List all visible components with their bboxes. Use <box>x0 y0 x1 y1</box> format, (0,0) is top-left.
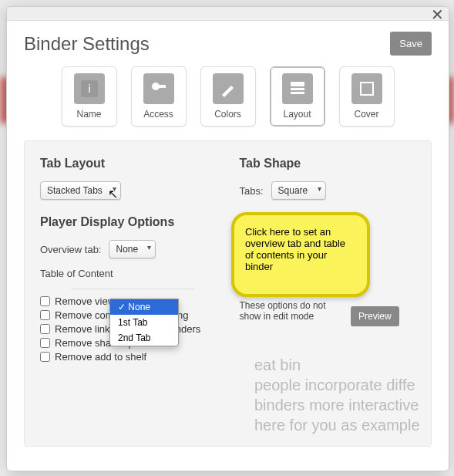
svg-rect-4 <box>291 82 304 86</box>
checkbox[interactable] <box>40 296 50 306</box>
help-callout: Click here to set an overview tab and ta… <box>231 212 370 297</box>
tab-cover[interactable]: Cover <box>339 66 395 127</box>
info-icon: i <box>74 73 105 104</box>
toc-label: Table of Content <box>40 268 113 279</box>
key-icon <box>143 73 174 104</box>
layout-icon <box>282 73 313 104</box>
checkbox[interactable] <box>40 352 50 362</box>
modal-titlebar <box>7 7 449 21</box>
tab-label: Access <box>143 109 173 120</box>
tab-name[interactable]: i Name <box>62 66 117 127</box>
settings-modal: ✕ Binder Settings Save i Name Access Col… <box>6 6 449 471</box>
checkbox[interactable] <box>40 338 50 348</box>
save-button[interactable]: Save <box>390 32 432 56</box>
tab-layout-select[interactable]: Stacked Tabs <box>40 181 121 200</box>
tab-access[interactable]: Access <box>131 66 187 127</box>
checkbox[interactable] <box>40 310 50 320</box>
modal-title: Binder Settings <box>24 33 150 55</box>
callout-text: Click here to set an overview tab and ta… <box>245 226 345 272</box>
dropdown-option-2nd[interactable]: 2nd Tab <box>110 330 178 346</box>
svg-rect-5 <box>291 88 304 90</box>
overview-tab-select[interactable]: None <box>109 240 156 258</box>
tab-shape-select[interactable]: Square <box>271 181 326 200</box>
tab-label: Colors <box>214 109 241 120</box>
player-options-heading: Player Display Options <box>40 215 217 229</box>
brush-icon <box>213 73 244 104</box>
close-icon[interactable]: ✕ <box>431 5 444 24</box>
tab-shape-heading: Tab Shape <box>240 157 416 170</box>
svg-rect-6 <box>291 92 304 94</box>
cover-icon <box>351 73 382 104</box>
overview-label: Overview tab: <box>40 244 101 255</box>
check-label: Remove add to shelf <box>55 351 146 363</box>
tabs-shape-label: Tabs: <box>240 185 264 197</box>
tab-label: Name <box>76 109 101 120</box>
tab-colors[interactable]: Colors <box>200 66 256 127</box>
settings-tabs: i Name Access Colors Layout Cover <box>24 66 432 127</box>
preview-button[interactable]: Preview <box>351 306 399 326</box>
check-remove-shelf[interactable]: Remove add to shelf <box>40 351 217 363</box>
checkbox[interactable] <box>40 324 50 334</box>
separator <box>71 289 194 289</box>
tab-layout[interactable]: Layout <box>270 66 325 127</box>
tab-label: Layout <box>283 109 311 120</box>
svg-text:i: i <box>88 83 90 95</box>
svg-rect-7 <box>361 83 373 95</box>
dropdown-option-none[interactable]: None <box>110 299 178 315</box>
dropdown-option-1st[interactable]: 1st Tab <box>110 315 178 330</box>
tab-layout-heading: Tab Layout <box>40 157 217 170</box>
svg-rect-3 <box>158 85 166 88</box>
toc-dropdown-menu[interactable]: None 1st Tab 2nd Tab <box>109 299 179 346</box>
tab-label: Cover <box>354 109 378 120</box>
preview-note: These options do not show in edit mode <box>240 300 348 322</box>
